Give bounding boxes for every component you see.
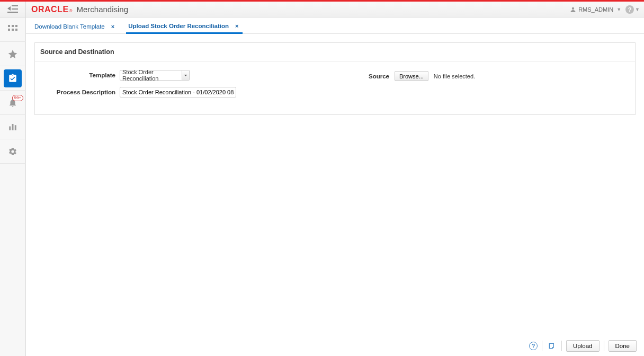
rail-favorites[interactable] (0, 42, 26, 66)
svg-rect-7 (8, 29, 10, 31)
template-select-dropdown-button[interactable] (182, 70, 190, 81)
user-name: RMS_ADMIN (578, 6, 613, 13)
brand-wordmark: ORACLE (31, 5, 69, 14)
help-button[interactable]: ? (625, 5, 634, 14)
brand-reg-mark: ® (69, 8, 73, 13)
rail-reports[interactable] (0, 115, 26, 139)
svg-rect-5 (12, 25, 14, 27)
template-label: Template (40, 72, 120, 78)
template-select[interactable]: Stock Order Reconciliation (120, 70, 182, 81)
tab-close-icon[interactable]: × (233, 23, 240, 29)
chevron-down-icon (184, 74, 187, 77)
source-label: Source (369, 73, 389, 79)
header: ORACLE ® Merchandising RMS_ADMIN ▼ ? ▼ (0, 2, 644, 17)
source-destination-panel: Source and Destination Template Stock Or… (34, 42, 636, 115)
tab-close-icon[interactable]: × (109, 23, 117, 30)
side-rail: 99+ (0, 17, 26, 356)
process-description-input[interactable] (120, 87, 236, 97)
footer-note-button[interactable] (547, 341, 557, 351)
svg-rect-9 (15, 29, 17, 31)
tab-upload-stock-order-reconciliation[interactable]: Upload Stock Order Reconciliation × (126, 21, 243, 34)
upload-button[interactable]: Upload (566, 340, 599, 352)
process-description-label: Process Description (40, 89, 120, 95)
svg-rect-4 (8, 25, 10, 27)
svg-rect-0 (12, 5, 18, 6)
rail-settings[interactable] (0, 139, 26, 164)
chevron-down-icon: ▼ (616, 7, 621, 12)
tab-label: Download Blank Template (34, 23, 105, 30)
svg-rect-10 (9, 126, 11, 130)
user-icon (570, 6, 576, 13)
oracle-logo: ORACLE ® (31, 5, 72, 14)
svg-rect-12 (15, 125, 16, 130)
main-menu-toggle[interactable] (0, 2, 26, 17)
svg-rect-1 (12, 8, 18, 10)
rail-notifications[interactable]: 99+ (0, 91, 26, 115)
svg-rect-11 (12, 124, 14, 130)
svg-rect-2 (7, 12, 18, 13)
main-area: Download Blank Template × Upload Stock O… (26, 17, 644, 356)
tab-label: Upload Stock Order Reconciliation (128, 23, 229, 29)
browse-button[interactable]: Browse... (395, 71, 428, 81)
user-menu[interactable]: RMS_ADMIN ▼ (570, 6, 621, 13)
template-select-value: Stock Order Reconciliation (122, 69, 180, 82)
rail-tasks[interactable] (0, 66, 26, 91)
tabstrip: Download Blank Template × Upload Stock O… (26, 17, 644, 34)
app-title: Merchandising (76, 5, 128, 14)
help-chevron-down-icon: ▼ (635, 7, 640, 12)
footer-help-button[interactable]: ? (529, 342, 538, 350)
rail-apps[interactable] (0, 17, 26, 42)
svg-rect-6 (15, 25, 17, 27)
panel-title: Source and Destination (35, 43, 635, 61)
svg-rect-8 (12, 29, 14, 31)
notif-badge: 99+ (12, 95, 24, 101)
svg-point-3 (572, 7, 574, 9)
done-button[interactable]: Done (609, 340, 637, 352)
footer-toolbar: ? Upload Done (529, 340, 637, 352)
no-file-selected-text: No file selected. (434, 73, 475, 79)
tab-download-blank-template[interactable]: Download Blank Template × (32, 21, 119, 33)
